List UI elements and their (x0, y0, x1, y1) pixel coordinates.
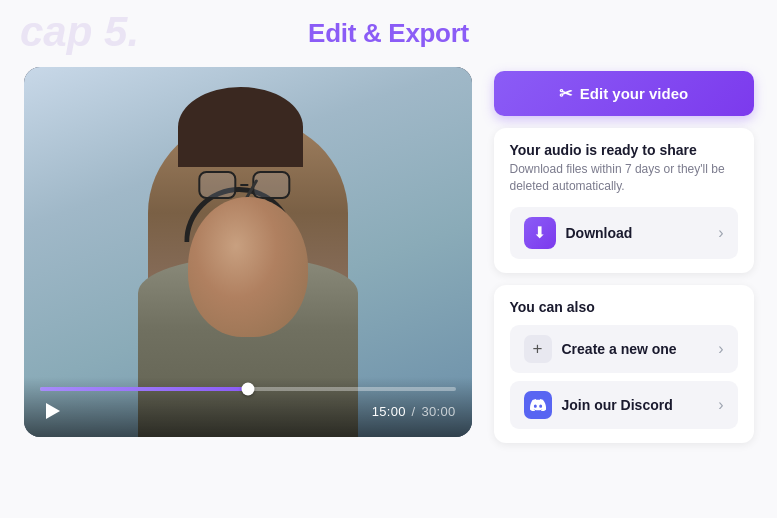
download-icon-box: ⬇ (524, 217, 556, 249)
right-panel: ✂ Edit your video Your audio is ready to… (494, 67, 754, 443)
glasses-lens-left (198, 171, 236, 199)
controls-row: 15:00 / 30:00 (40, 399, 456, 423)
main-content: 15:00 / 30:00 ✂ Edit your video Your aud… (24, 67, 754, 443)
edit-video-button[interactable]: ✂ Edit your video (494, 71, 754, 116)
glasses (198, 171, 290, 199)
edit-video-label: Edit your video (580, 85, 688, 102)
audio-ready-description: Download files within 7 days or they'll … (510, 161, 738, 195)
scissors-icon: ✂ (559, 84, 572, 103)
audio-ready-title: Your audio is ready to share (510, 142, 738, 158)
create-new-chevron-icon: › (718, 340, 723, 358)
discord-row-left: Join our Discord (524, 391, 673, 419)
download-action-row[interactable]: ⬇ Download › (510, 207, 738, 259)
discord-label: Join our Discord (562, 397, 673, 413)
time-display: 15:00 / 30:00 (372, 404, 456, 419)
glasses-lens-right (252, 171, 290, 199)
download-icon: ⬇ (533, 223, 546, 242)
page-title: Edit & Export (308, 18, 469, 49)
video-panel: 15:00 / 30:00 (24, 67, 472, 437)
headset-pad-right (259, 214, 281, 242)
mic-head (237, 216, 247, 230)
download-chevron-icon: › (718, 224, 723, 242)
time-separator: / (408, 404, 420, 419)
discord-logo-icon (530, 399, 546, 411)
discord-action-row[interactable]: Join our Discord › (510, 381, 738, 429)
create-new-action-row[interactable]: + Create a new one › (510, 325, 738, 373)
create-new-row-left: + Create a new one (524, 335, 677, 363)
discord-icon-box (524, 391, 552, 419)
time-total: 30:00 (421, 404, 455, 419)
play-icon (46, 403, 60, 419)
progress-fill (40, 387, 248, 391)
audio-ready-card: Your audio is ready to share Download fi… (494, 128, 754, 273)
video-controls: 15:00 / 30:00 (24, 377, 472, 437)
download-row-left: ⬇ Download (524, 217, 633, 249)
hair (178, 87, 303, 167)
time-current: 15:00 (372, 404, 406, 419)
headset-pad-left (213, 214, 235, 242)
plus-icon-box: + (524, 335, 552, 363)
also-actions-group: + Create a new one › Join our (510, 325, 738, 429)
progress-bar[interactable] (40, 387, 456, 391)
discord-chevron-icon: › (718, 396, 723, 414)
play-button[interactable] (40, 399, 64, 423)
download-label: Download (566, 225, 633, 241)
create-new-label: Create a new one (562, 341, 677, 357)
plus-icon: + (533, 339, 543, 359)
progress-thumb[interactable] (241, 383, 254, 396)
you-can-also-card: You can also + Create a new one › (494, 285, 754, 443)
you-can-also-title: You can also (510, 299, 738, 315)
background-logo: cap 5. (20, 8, 139, 56)
glasses-bridge (240, 184, 248, 186)
